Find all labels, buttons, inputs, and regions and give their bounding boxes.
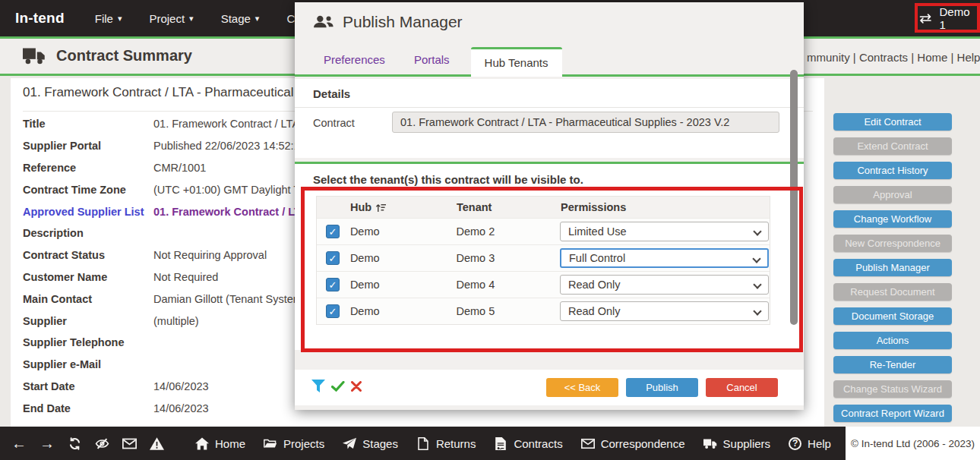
app-brand: In-tend (15, 10, 65, 27)
refresh-icon[interactable] (68, 437, 82, 450)
envelope-icon[interactable] (122, 437, 137, 450)
field-start-date: Start Date14/06/2023 (23, 376, 322, 398)
warning-icon[interactable] (150, 437, 164, 450)
paper-plane-icon (343, 437, 356, 450)
row-checkbox[interactable]: ✓ (326, 304, 340, 318)
details-heading: Details (295, 79, 804, 108)
tab-portals[interactable]: Portals (406, 53, 457, 74)
cancel-button[interactable]: Cancel (706, 378, 778, 397)
actions-button[interactable]: Actions (833, 332, 952, 349)
file-icon (416, 437, 430, 450)
check-icon: ✓ (329, 279, 337, 291)
truck-icon (23, 47, 46, 65)
taskbar-stages[interactable]: Stages (343, 437, 398, 450)
dialog-tabs: Preferences Portals Hub Tenants (295, 46, 804, 77)
home-icon (195, 437, 209, 450)
re-tender-button[interactable]: Re-Tender (833, 356, 952, 373)
chevron-down-icon (753, 280, 761, 288)
envelope-icon (581, 437, 595, 450)
check-icon: ✓ (329, 253, 337, 264)
taskbar-returns[interactable]: Returns (416, 437, 476, 450)
chevron-down-icon (752, 254, 760, 263)
users-icon (313, 14, 334, 30)
truck-icon (703, 437, 717, 450)
field-time-zone: Contract Time Zone(UTC +01:00) GMT Dayli… (23, 178, 322, 200)
chevron-down-icon (753, 227, 761, 235)
document-storage-button[interactable]: Document Storage (833, 307, 952, 325)
change-workflow-button[interactable]: Change Workflow (833, 210, 952, 228)
action-sidebar: Edit Contract Extend Contract Contract H… (833, 113, 952, 429)
menu-file[interactable]: File▾ (95, 12, 122, 25)
contract-field[interactable] (392, 112, 779, 133)
taskbar-correspondence[interactable]: Correspondence (581, 437, 685, 450)
forward-nav-icon[interactable]: → (40, 436, 55, 451)
check-icon[interactable] (331, 381, 345, 392)
dialog-scrollbar[interactable] (790, 70, 798, 325)
check-icon: ✓ (329, 226, 337, 238)
tenant-instruction: Select the tenant(s) this contract will … (295, 164, 804, 192)
field-end-date: End Date14/06/2023 (23, 397, 322, 419)
column-hub[interactable]: Hub (350, 201, 457, 213)
field-reference: ReferenceCMR/1001 (23, 157, 322, 179)
tab-hub-tenants[interactable]: Hub Tenants (471, 47, 562, 77)
publish-manager-dialog: Publish Manager Preferences Portals Hub … (295, 2, 804, 410)
contract-history-button[interactable]: Contract History (833, 162, 952, 179)
tenant-switcher[interactable]: Demo 1 (918, 7, 976, 30)
row-checkbox[interactable]: ✓ (326, 251, 340, 265)
field-main-contact: Main ContactDamian Gillott (Tenant Syste… (23, 288, 322, 310)
tenant-section: Select the tenant(s) this contract will … (295, 162, 804, 350)
exchange-icon (918, 13, 932, 24)
table-row: ✓ Demo Demo 3 Full Control (317, 244, 770, 271)
table-row: ✓ Demo Demo 4 Read Only (317, 271, 770, 298)
menu-stage[interactable]: Stage▾ (221, 12, 260, 25)
chevron-down-icon (753, 307, 761, 315)
summary-fields: Title01. Framework Contract / LTA - Ph S… (23, 113, 322, 419)
back-button[interactable]: << Back (546, 378, 618, 397)
publish-button[interactable]: Publish (626, 378, 698, 397)
dialog-footer: << Back Publish Cancel (295, 370, 804, 405)
column-tenant: Tenant (457, 201, 561, 213)
table-header-row: Hub Tenant Permissions (317, 197, 770, 218)
field-description: Description (23, 222, 322, 244)
details-section: Details Contract (295, 79, 804, 158)
permissions-select[interactable]: Read Only (560, 275, 769, 295)
permissions-select[interactable]: Full Control (560, 248, 769, 268)
bottom-taskbar: ← → Home Projects Stages Returns Contrac… (0, 427, 980, 460)
copyright-notice: © In-tend Ltd (2006 - 2023) (846, 427, 980, 460)
x-icon[interactable] (351, 381, 362, 392)
check-icon: ✓ (329, 306, 337, 317)
extend-contract-button: Extend Contract (833, 137, 952, 155)
taskbar-contracts[interactable]: Contracts (494, 437, 562, 450)
contract-field-label: Contract (313, 117, 355, 129)
field-supplier: Supplier(multiple) (23, 310, 322, 332)
field-contract-status: Contract StatusNot Requiring Approval (23, 244, 322, 266)
field-approved-supplier-list[interactable]: Approved Supplier List01. Framework Cont… (23, 200, 322, 222)
page-title: Contract Summary (23, 47, 192, 65)
edit-contract-button[interactable]: Edit Contract (833, 113, 952, 131)
header-links[interactable]: mmunity | Contracts | Home | Help (807, 51, 980, 64)
tab-preferences[interactable]: Preferences (316, 53, 393, 74)
filter-icon[interactable] (311, 380, 325, 392)
taskbar-home[interactable]: Home (195, 437, 245, 450)
eye-slash-icon[interactable] (95, 437, 109, 450)
caret-down-icon: ▾ (255, 14, 260, 23)
taskbar-help[interactable]: ? Help (789, 437, 831, 450)
field-supplier-telephone: Supplier Telephone (23, 332, 322, 354)
field-supplier-portal: Supplier PortalPublished 22/06/2023 14:5… (23, 135, 322, 157)
question-circle-icon: ? (789, 437, 801, 450)
permissions-select[interactable]: Read Only (560, 301, 769, 321)
row-checkbox[interactable]: ✓ (326, 225, 340, 238)
field-customer-name: Customer NameNot Required (23, 266, 322, 288)
taskbar-suppliers[interactable]: Suppliers (703, 437, 771, 450)
publish-manager-button[interactable]: Publish Manager (833, 259, 952, 276)
taskbar-projects[interactable]: Projects (264, 437, 324, 450)
request-document-button: Request Document (833, 283, 952, 301)
menu-project[interactable]: Project▾ (149, 12, 193, 25)
back-nav-icon[interactable]: ← (11, 436, 27, 451)
permissions-select[interactable]: Limited Use (560, 222, 769, 241)
row-checkbox[interactable]: ✓ (326, 278, 340, 291)
folder-open-icon (264, 437, 277, 450)
caret-down-icon: ▾ (118, 14, 122, 23)
field-title: Title01. Framework Contract / LTA - Ph (23, 113, 322, 135)
contract-report-wizard-button[interactable]: Contract Report Wizard (833, 405, 952, 422)
